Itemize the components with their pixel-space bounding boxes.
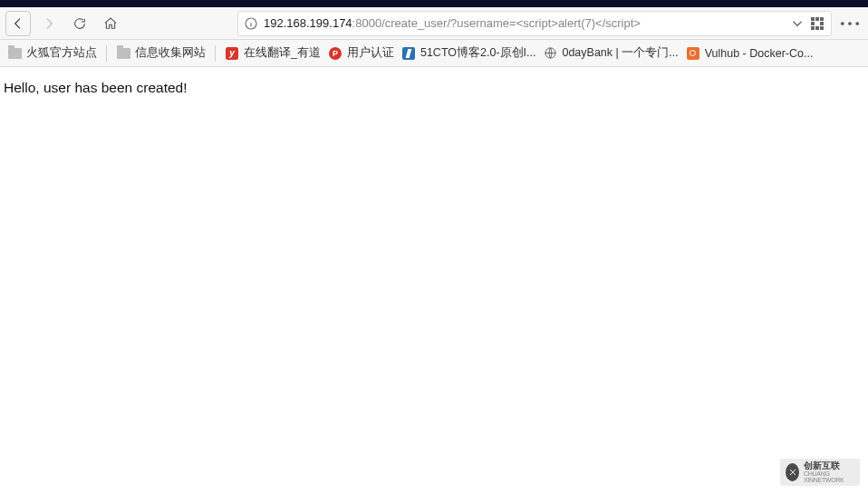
forward-button bbox=[36, 11, 62, 36]
connection-info-icon[interactable] bbox=[244, 16, 258, 31]
page-message: Hello, user has been created! bbox=[4, 80, 187, 95]
overflow-menu-button[interactable] bbox=[837, 11, 863, 36]
url-path: :8000/create_user/?username=<script>aler… bbox=[352, 16, 641, 30]
favicon-vulhub-icon bbox=[686, 46, 700, 61]
bookmark-0daybank[interactable]: 0dayBank | 一个专门... bbox=[543, 45, 678, 61]
separator bbox=[215, 45, 216, 62]
ellipsis-icon bbox=[837, 11, 863, 36]
home-button[interactable] bbox=[98, 11, 123, 36]
bookmark-label: Vulhub - Docker-Co... bbox=[705, 47, 814, 60]
page-content: Hello, user has been created! bbox=[0, 67, 868, 109]
favicon-p-icon: P bbox=[328, 46, 342, 61]
bookmark-51cto[interactable]: 51CTO博客2.0-原创I... bbox=[401, 45, 536, 61]
favicon-51cto-icon bbox=[401, 46, 416, 61]
home-icon bbox=[103, 16, 118, 31]
bookmark-label: 用户认证 bbox=[347, 45, 394, 61]
reload-icon bbox=[72, 16, 87, 31]
favicon-youdao-icon: y bbox=[225, 46, 239, 61]
svg-point-3 bbox=[841, 22, 844, 25]
bookmark-vulhub[interactable]: Vulhub - Docker-Co... bbox=[686, 46, 814, 61]
watermark-line2: CHUANG XINNETWORK bbox=[804, 470, 854, 483]
bookmark-youdao[interactable]: y 在线翻译_有道 bbox=[225, 45, 321, 61]
back-button[interactable] bbox=[5, 11, 31, 36]
globe-icon bbox=[543, 46, 557, 61]
navigation-toolbar: 192.168.199.174:8000/create_user/?userna… bbox=[0, 7, 868, 40]
bookmark-label: 信息收集网站 bbox=[135, 45, 206, 61]
watermark: 创新互联 CHUANG XINNETWORK bbox=[780, 459, 860, 486]
bookmark-user-auth[interactable]: P 用户认证 bbox=[328, 45, 394, 61]
bookmark-firefox-official[interactable]: 火狐官方站点 bbox=[7, 45, 97, 61]
bookmark-info-collect[interactable]: 信息收集网站 bbox=[116, 45, 206, 61]
url-text: 192.168.199.174:8000/create_user/?userna… bbox=[264, 16, 786, 30]
forward-icon bbox=[42, 16, 56, 31]
watermark-logo-icon bbox=[786, 463, 799, 481]
watermark-line1: 创新互联 bbox=[804, 461, 854, 470]
svg-point-4 bbox=[848, 22, 852, 25]
bookmark-label: 51CTO博客2.0-原创I... bbox=[420, 45, 536, 61]
bookmark-label: 火狐官方站点 bbox=[26, 45, 97, 61]
folder-icon bbox=[7, 46, 22, 61]
url-host: 192.168.199.174 bbox=[264, 16, 352, 30]
tab-strip bbox=[0, 0, 868, 7]
url-dropdown-icon[interactable] bbox=[789, 15, 805, 32]
bookmarks-bar: 火狐官方站点 信息收集网站 y 在线翻译_有道 P 用户认证 51CTO博客2.… bbox=[0, 40, 868, 67]
separator bbox=[106, 45, 107, 62]
reload-button[interactable] bbox=[67, 11, 92, 36]
bookmark-label: 0dayBank | 一个专门... bbox=[562, 45, 678, 61]
svg-point-5 bbox=[855, 22, 859, 25]
qr-icon[interactable] bbox=[809, 15, 825, 32]
folder-icon bbox=[116, 46, 130, 61]
address-bar[interactable]: 192.168.199.174:8000/create_user/?userna… bbox=[237, 11, 832, 36]
bookmark-label: 在线翻译_有道 bbox=[244, 45, 321, 61]
back-icon bbox=[11, 16, 25, 31]
